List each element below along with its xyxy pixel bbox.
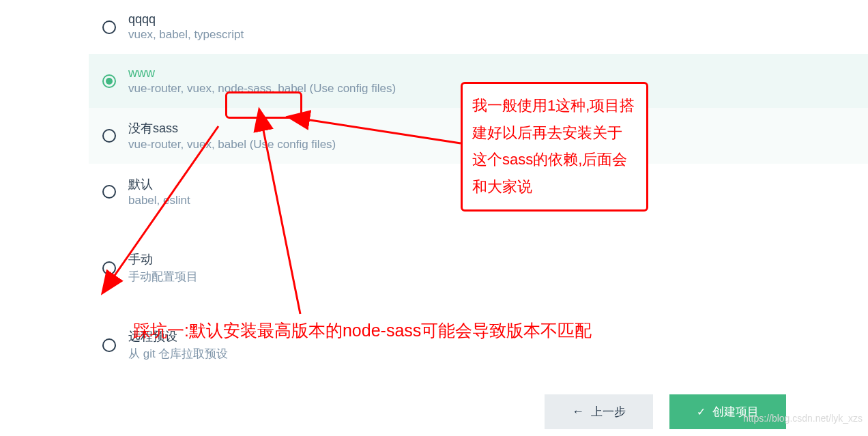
option-content: 手动 手动配置项目 bbox=[128, 251, 198, 285]
create-button[interactable]: ✓ 创建项目 bbox=[669, 394, 786, 429]
option-row-qqqq[interactable]: qqqq vuex, babel, typescript bbox=[89, 0, 868, 54]
option-title: 默认 bbox=[128, 176, 190, 192]
radio-icon[interactable] bbox=[102, 74, 116, 88]
radio-icon[interactable] bbox=[102, 338, 116, 352]
option-title: www bbox=[128, 66, 396, 81]
option-content: 默认 babel, eslint bbox=[128, 176, 190, 207]
option-title: qqqq bbox=[128, 12, 244, 27]
watermark-text: https://blog.csdn.net/lyk_xzs bbox=[743, 413, 863, 424]
option-title: 没有sass bbox=[128, 120, 336, 136]
radio-icon[interactable] bbox=[102, 20, 116, 34]
option-content: qqqq vuex, babel, typescript bbox=[128, 12, 244, 42]
prev-button-label: 上一步 bbox=[591, 404, 626, 420]
annotation-bottom-text: 踩坑一:默认安装最高版本的node-sass可能会导致版本不匹配 bbox=[133, 319, 592, 342]
arrow-left-icon: ← bbox=[572, 405, 584, 419]
footer-buttons: ← 上一步 ✓ 创建项目 bbox=[545, 394, 786, 429]
radio-icon[interactable] bbox=[102, 185, 116, 199]
option-desc: 手动配置项目 bbox=[128, 269, 198, 285]
check-icon: ✓ bbox=[697, 405, 706, 418]
option-desc: vuex, babel, typescript bbox=[128, 28, 244, 42]
option-row-manual[interactable]: 手动 手动配置项目 bbox=[89, 239, 868, 297]
radio-icon[interactable] bbox=[102, 261, 116, 275]
option-content: 没有sass vue-router, vuex, babel (Use conf… bbox=[128, 120, 336, 151]
option-title: 手动 bbox=[128, 251, 198, 267]
prev-button[interactable]: ← 上一步 bbox=[545, 394, 653, 429]
option-desc: vue-router, vuex, babel (Use config file… bbox=[128, 138, 336, 151]
annotation-comment-text: 我一般使用1这种,项目搭建好以后再去安装关于这个sass的依赖,后面会和大家说 bbox=[472, 97, 635, 195]
radio-icon[interactable] bbox=[102, 129, 116, 143]
option-desc: babel, eslint bbox=[128, 194, 190, 207]
annotation-highlight-node-sass bbox=[225, 91, 302, 119]
option-desc: 从 git 仓库拉取预设 bbox=[128, 346, 228, 362]
annotation-comment-box: 我一般使用1这种,项目搭建好以后再去安装关于这个sass的依赖,后面会和大家说 bbox=[461, 82, 648, 212]
